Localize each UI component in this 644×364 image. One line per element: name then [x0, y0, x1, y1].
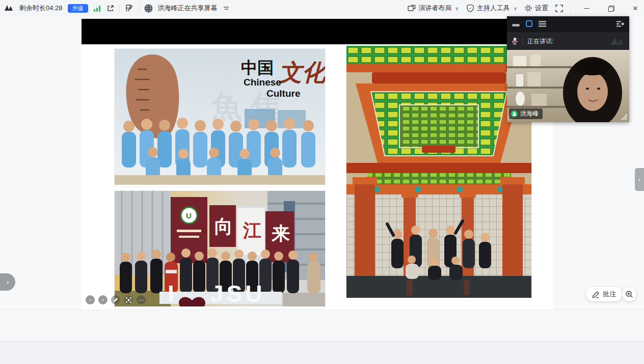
sharer-avatar: [144, 4, 153, 13]
meeting-app-window: 剩余时长04:28 升级 洪海峰正在共享屏幕 演讲: [0, 0, 644, 364]
photo-chinese-culture-group: 魚 焦: [115, 49, 325, 187]
title-bar: 剩余时长04:28 升级 洪海峰正在共享屏幕 演讲: [0, 0, 644, 16]
settings-label: 设置: [535, 4, 548, 13]
divider: [523, 38, 523, 45]
speaking-label: 正在讲话:: [527, 37, 553, 46]
watermark-logo-icon: [610, 36, 625, 47]
panel-minimize-icon[interactable]: [512, 20, 520, 29]
panel-list-view-icon[interactable]: [539, 20, 546, 29]
slide-next-button[interactable]: ›: [98, 295, 108, 304]
annotate-label: 批注: [603, 290, 616, 299]
pen-icon: [592, 291, 600, 298]
slide-prev-button[interactable]: ‹: [86, 295, 95, 304]
shared-screen-region: 魚 焦: [82, 19, 553, 310]
video-float-panel[interactable]: 正在讲话:: [507, 16, 629, 122]
photo-temple-ceiling-group: [346, 46, 531, 300]
photo2-sign2: 江: [243, 220, 261, 241]
slide-laser-tool[interactable]: [124, 295, 133, 304]
photo2-letter-i: I: [168, 281, 174, 306]
photo1-subtitle2: Culture: [266, 88, 301, 99]
host-tools-label: 主持人工具: [477, 4, 510, 13]
divider: [570, 5, 571, 12]
slide-pen-tool[interactable]: [111, 295, 120, 304]
sharing-banner-text: 洪海峰正在共享屏幕: [158, 4, 218, 13]
divider: [119, 5, 120, 12]
chevron-down-icon: ∨: [455, 6, 459, 11]
photo2-sign1: 向: [214, 216, 233, 237]
speaking-indicator-icon: [511, 110, 518, 117]
slide-more-button[interactable]: ⋯: [137, 295, 146, 304]
mic-muted-icon[interactable]: [511, 37, 519, 46]
network-signal-icon[interactable]: [93, 5, 101, 12]
participant-name: 洪海峰: [520, 109, 539, 118]
panel-collapse-icon[interactable]: [616, 20, 624, 29]
windows-taskbar: W S: [0, 341, 644, 364]
fullscreen-icon[interactable]: [555, 5, 563, 12]
open-external-icon[interactable]: [106, 5, 114, 12]
settings-menu[interactable]: 设置: [524, 4, 548, 13]
sharing-detail-icon[interactable]: [223, 5, 230, 11]
chevron-down-icon: ∨: [514, 6, 517, 11]
meeting-toolbar: 解除静音 ⌃ 开启视频 ⌃ 共享屏幕 ⌃ 邀请 成员: [0, 310, 644, 341]
close-button[interactable]: ✕: [627, 0, 644, 16]
resize-handle-right[interactable]: [620, 113, 628, 121]
sidebar-expand-tab[interactable]: ›: [0, 273, 15, 291]
photo1-title-script: 文化: [278, 59, 325, 86]
photo2-letters-jsu: JSU: [210, 281, 265, 306]
participant-video[interactable]: 洪海峰: [507, 50, 629, 122]
annotate-button[interactable]: 批注: [586, 287, 622, 301]
panel-view-square-icon[interactable]: [526, 20, 532, 29]
remaining-time-label: 剩余时长04:28: [19, 4, 63, 13]
layout-label: 演讲者布局: [418, 4, 451, 13]
panel-collapse-tab[interactable]: ‹: [635, 168, 644, 191]
speaking-status-row: 正在讲话:: [507, 33, 629, 50]
layout-menu[interactable]: 演讲者布局 ∨: [408, 4, 459, 13]
host-tools-menu[interactable]: 主持人工具 ∨: [466, 4, 517, 13]
divider: [139, 5, 139, 12]
photo1-title-cn: 中国: [241, 59, 274, 77]
report-flag-icon[interactable]: [125, 4, 133, 12]
photo-jsu-campus-group: U 向 江 来: [115, 191, 325, 309]
photo1-subtitle1: Chinese: [244, 77, 281, 88]
upgrade-button[interactable]: 升级: [68, 4, 88, 13]
restore-button[interactable]: [602, 0, 620, 16]
zoom-in-button[interactable]: [622, 287, 636, 301]
photo2-sign3: 来: [271, 223, 290, 244]
presentation-top-letterbox: [82, 19, 553, 44]
minimize-button[interactable]: [578, 0, 595, 16]
participant-name-tag: 洪海峰: [509, 108, 543, 119]
svg-text:U: U: [186, 211, 192, 220]
video-panel-toolbar: [507, 16, 629, 33]
tencent-meeting-logo-icon: [4, 4, 14, 13]
